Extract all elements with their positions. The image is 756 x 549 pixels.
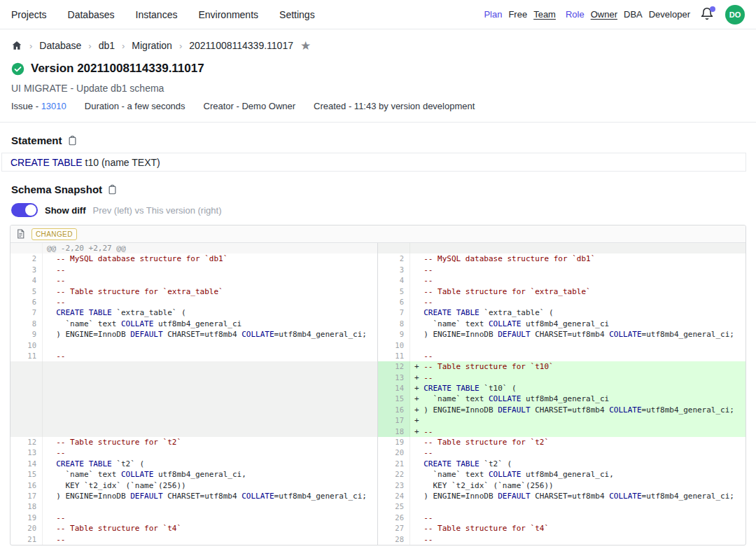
section-divider [0, 122, 756, 123]
meta-created: Created - 11:43 by version development [314, 101, 475, 111]
account-controls: Plan Free Team Role Owner DBA Developer … [484, 5, 745, 25]
plan-label: Plan [484, 9, 502, 20]
diff-line-number: 7 [10, 307, 43, 318]
diff-code-line: + -- [410, 373, 746, 383]
statement-sql: CREATE TABLE t10 (name TEXT) [1, 153, 746, 172]
role-owner-link[interactable]: Owner [591, 9, 617, 20]
diff-row: 20 -- [378, 447, 746, 458]
diff-row: 15 `name` text COLLATE utf8mb4_general_c… [10, 469, 377, 480]
role-developer-link[interactable]: Developer [649, 9, 690, 20]
diff-line-number [10, 394, 43, 404]
diff-row: 8 `name` text COLLATE utf8mb4_general_ci [10, 319, 377, 329]
chevron-right-icon: › [122, 41, 125, 51]
breadcrumb-db1[interactable]: db1 [99, 40, 115, 51]
diff-code-line: + CREATE TABLE `t10` ( [410, 383, 746, 394]
star-icon[interactable]: ★ [300, 40, 311, 52]
diff-row: @@ -2,20 +2,27 @@ [10, 243, 377, 253]
diff-row: 20 -- Table structure for `t4` [10, 523, 377, 534]
home-icon[interactable] [11, 40, 22, 51]
snapshot-heading: Schema Snapshot [11, 183, 102, 195]
diff-row: 16+ ) ENGINE=InnoDB DEFAULT CHARSET=utf8… [378, 405, 746, 415]
breadcrumb-database[interactable]: Database [39, 40, 81, 51]
diff-code-line: -- Table structure for `t2` [410, 437, 746, 447]
diff-row: 13+ -- [378, 373, 746, 383]
diff-line-number: 3 [378, 265, 410, 275]
diff-line-number: 20 [10, 523, 43, 534]
copy-icon[interactable] [67, 135, 78, 146]
diff-row [10, 415, 377, 426]
notification-bell-icon[interactable] [700, 7, 715, 22]
diff-row [10, 373, 377, 383]
diff-line-number: 17 [378, 415, 410, 426]
diff-code-line: CREATE TABLE `extra_table` ( [43, 307, 377, 318]
meta-creator: Creator - Demo Owner [204, 101, 295, 111]
avatar[interactable]: DO [725, 5, 745, 25]
diff-row: 2 -- MySQL database structure for `db1` [10, 253, 377, 264]
show-diff-hint: Prev (left) vs This version (right) [93, 205, 222, 216]
role-switcher: Role Owner DBA Developer [566, 9, 690, 20]
diff-row: 21 CREATE TABLE `t2` ( [378, 459, 746, 469]
diff-code-line: -- [43, 275, 377, 286]
diff-code-line: ) ENGINE=InnoDB DEFAULT CHARSET=utf8mb4 … [410, 491, 746, 501]
snapshot-section-heading: Schema Snapshot [0, 183, 756, 195]
diff-line-number: 12 [378, 361, 410, 372]
diff-line-number: 19 [378, 437, 410, 447]
diff-line-number: 2 [10, 253, 43, 264]
schema-diff-panel[interactable]: CHANGED @@ -2,20 +2,27 @@2 -- MySQL data… [10, 225, 746, 545]
diff-row: 24 ) ENGINE=InnoDB DEFAULT CHARSET=utf8m… [378, 491, 746, 501]
diff-code-line: ) ENGINE=InnoDB DEFAULT CHARSET=utf8mb4 … [410, 329, 746, 340]
diff-code-line: -- [410, 351, 746, 361]
nav-item-environments[interactable]: Environments [198, 9, 258, 20]
diff-right-column: 2 -- MySQL database structure for `db1`3… [378, 243, 746, 545]
issue-link[interactable]: 13010 [41, 101, 66, 111]
version-subtitle: UI MIGRATE - Update db1 schema [0, 83, 756, 94]
diff-code-line: + ) ENGINE=InnoDB DEFAULT CHARSET=utf8mb… [410, 405, 746, 415]
nav-item-settings[interactable]: Settings [279, 9, 315, 20]
diff-row: 14 CREATE TABLE `t2` ( [10, 459, 377, 469]
diff-row [378, 243, 746, 253]
diff-line-number: 7 [378, 307, 410, 318]
diff-code-line [410, 243, 746, 253]
diff-code-line [43, 501, 377, 512]
diff-code-line: -- Table structure for `t4` [410, 523, 746, 534]
check-circle-icon [11, 62, 24, 76]
diff-row: 25 [378, 501, 746, 512]
diff-code-line: + `name` text COLLATE utf8mb4_general_ci [410, 394, 746, 404]
diff-row: 18 [10, 501, 377, 512]
breadcrumb-migration[interactable]: Migration [132, 40, 172, 51]
nav-item-instances[interactable]: Instances [136, 9, 178, 20]
diff-line-number: 3 [10, 265, 43, 275]
diff-code-line [43, 426, 377, 437]
diff-code-line: KEY `t2_idx` (`name`(256)) [43, 480, 377, 491]
chevron-right-icon: › [88, 41, 91, 51]
diff-row: 7 CREATE TABLE `extra_table` ( [378, 307, 746, 318]
diff-line-number: 19 [10, 513, 43, 523]
plan-team-link[interactable]: Team [533, 9, 556, 20]
diff-line-number: 9 [10, 329, 43, 340]
diff-line-number: 21 [10, 534, 43, 545]
breadcrumb: › Database › db1 › Migration › 202110081… [0, 39, 756, 53]
diff-row: 6 -- [10, 297, 377, 307]
diff-body: @@ -2,20 +2,27 @@2 -- MySQL database str… [10, 243, 746, 545]
diff-line-number: 4 [10, 275, 43, 286]
diff-code-line: -- [410, 513, 746, 523]
nav-item-databases[interactable]: Databases [68, 9, 115, 20]
diff-row: 17+ [378, 415, 746, 426]
show-diff-toggle[interactable] [11, 203, 38, 217]
diff-line-number: 17 [10, 491, 43, 501]
diff-row [10, 426, 377, 437]
nav-item-projects[interactable]: Projects [11, 9, 47, 20]
diff-row: 19 -- Table structure for `t2` [378, 437, 746, 447]
diff-code-line: -- [410, 447, 746, 458]
diff-code-line [43, 373, 377, 383]
diff-row: 19 -- [10, 513, 377, 523]
diff-code-line: -- [43, 297, 377, 307]
copy-icon[interactable] [107, 184, 118, 195]
diff-line-number: 22 [378, 469, 410, 480]
diff-code-line [43, 340, 377, 351]
diff-line-number: 15 [10, 469, 43, 480]
diff-line-number: 5 [378, 286, 410, 297]
role-dba-link[interactable]: DBA [624, 9, 643, 20]
diff-code-line: `name` text COLLATE utf8mb4_general_ci, [43, 469, 377, 480]
diff-row: 12+ -- Table structure for `t10` [378, 361, 746, 372]
